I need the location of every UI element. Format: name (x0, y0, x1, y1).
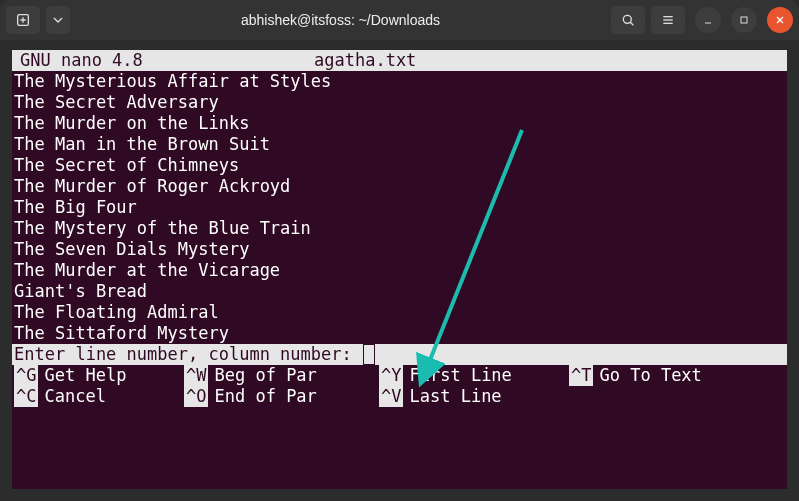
file-line: The Secret Adversary (12, 92, 787, 113)
shortcut-end-of-par: ^OEnd of Par (184, 386, 379, 407)
nano-shortcuts: ^GGet Help ^WBeg of Par ^YFirst Line ^TG… (12, 365, 787, 407)
maximize-button[interactable] (731, 7, 757, 33)
window-title: abhishek@itsfoss: ~/Downloads (76, 12, 605, 28)
shortcut-go-to-text: ^TGo To Text (569, 365, 706, 386)
shortcut-get-help: ^GGet Help (14, 365, 184, 386)
file-line: The Mysterious Affair at Styles (12, 71, 787, 92)
shortcut-cancel: ^CCancel (14, 386, 184, 407)
nano-header: GNU nano 4.8 agatha.txt (12, 50, 787, 71)
nano-filename: agatha.txt (314, 50, 416, 71)
close-button[interactable] (767, 7, 793, 33)
svg-rect-9 (741, 17, 747, 23)
shortcut-beg-of-par: ^WBeg of Par (184, 365, 379, 386)
file-line: The Sittaford Mystery (12, 323, 787, 344)
shortcut-first-line: ^YFirst Line (379, 365, 569, 386)
file-line: The Murder on the Links (12, 113, 787, 134)
svg-line-4 (630, 22, 633, 25)
titlebar: abhishek@itsfoss: ~/Downloads (0, 0, 799, 40)
file-line: The Man in the Brown Suit (12, 134, 787, 155)
file-line: The Seven Dials Mystery (12, 239, 787, 260)
minimize-button[interactable] (695, 7, 721, 33)
new-tab-button[interactable] (6, 6, 40, 34)
prompt-text: Enter line number, column number: (14, 344, 362, 365)
nano-version: GNU nano 4.8 (14, 50, 314, 71)
hamburger-menu-button[interactable] (651, 6, 685, 34)
search-button[interactable] (611, 6, 645, 34)
tab-dropdown-button[interactable] (46, 6, 70, 34)
file-line: The Big Four (12, 197, 787, 218)
file-line: The Floating Admiral (12, 302, 787, 323)
text-cursor (364, 345, 374, 364)
svg-point-3 (623, 15, 631, 23)
shortcut-last-line: ^VLast Line (379, 386, 569, 407)
file-line: The Mystery of the Blue Train (12, 218, 787, 239)
file-line: Giant's Bread (12, 281, 787, 302)
file-line: The Murder at the Vicarage (12, 260, 787, 281)
file-line: The Secret of Chimneys (12, 155, 787, 176)
nano-prompt[interactable]: Enter line number, column number: (12, 344, 787, 365)
terminal-area[interactable]: GNU nano 4.8 agatha.txt The Mysterious A… (12, 50, 787, 489)
file-line: The Murder of Roger Ackroyd (12, 176, 787, 197)
